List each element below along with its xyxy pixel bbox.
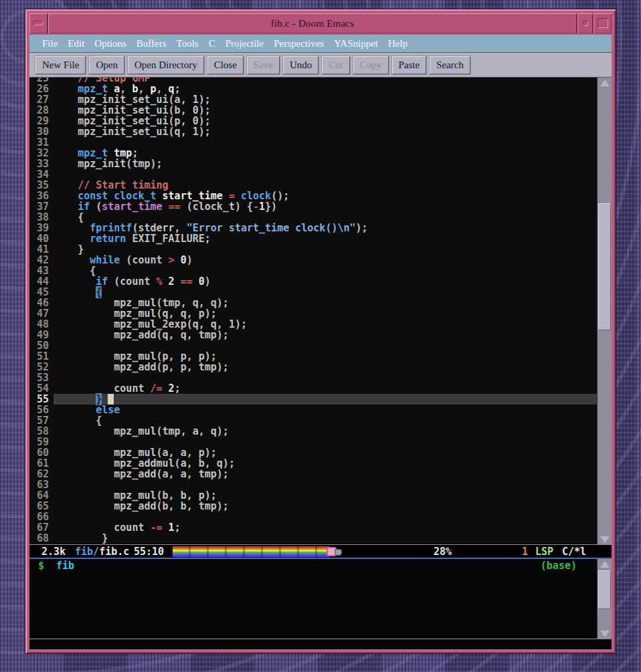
- code-line-44[interactable]: 44 if (count % 2 == 0): [29, 276, 597, 287]
- modeline-filename: fib.c: [99, 546, 129, 558]
- line-number: 29: [29, 116, 54, 126]
- code-line-37[interactable]: 37 if (start_time == (clock_t) {-1}): [29, 201, 597, 212]
- titlebar[interactable]: fib.c - Doom Emacs: [48, 13, 577, 33]
- menu-item-help[interactable]: Help: [386, 37, 409, 51]
- code-line-29[interactable]: 29 mpz_init_set_ui(p, 0);: [29, 116, 597, 126]
- menu-item-options[interactable]: Options: [92, 37, 128, 51]
- code-line-27[interactable]: 27 mpz_init_set_ui(a, 1);: [29, 94, 597, 105]
- line-number: 59: [29, 437, 54, 447]
- line-number: 39: [29, 223, 54, 233]
- code-line-39[interactable]: 39 fprintf(stderr, "Error start_time clo…: [29, 223, 597, 233]
- scroll-down-arrow-icon[interactable]: [598, 534, 612, 544]
- editor-scrollbar[interactable]: [597, 78, 612, 544]
- maximize-button[interactable]: [593, 13, 612, 33]
- nyan-progress-bar: [173, 546, 329, 557]
- open-button[interactable]: Open: [89, 56, 124, 74]
- terminal-scrollbar-thumb[interactable]: [598, 570, 611, 609]
- line-number: 34: [29, 169, 54, 180]
- menu-item-perspectives[interactable]: Perspectives: [272, 37, 326, 51]
- close-button[interactable]: Close: [207, 56, 244, 74]
- code-editor[interactable]: 25 // Setup GMP26 mpz_t a, b, p, q;27 mp…: [29, 78, 597, 544]
- modeline-buffer-size: 2.3k: [41, 546, 66, 558]
- terminal-buffer[interactable]: $fib (base): [29, 559, 597, 639]
- code-line-45[interactable]: 45 {: [29, 287, 597, 298]
- paste-button[interactable]: Paste: [392, 56, 427, 74]
- menu-item-yasnippet[interactable]: YASnippet: [332, 37, 380, 51]
- code-line-68[interactable]: 68 }: [29, 533, 597, 544]
- line-number: 27: [29, 94, 54, 105]
- new-file-button[interactable]: New File: [35, 56, 86, 74]
- code-line-46[interactable]: 46 mpz_mul(tmp, q, q);: [29, 298, 597, 308]
- save-button: Save: [247, 56, 280, 74]
- scroll-up-arrow-icon[interactable]: [598, 559, 612, 569]
- code-line-62[interactable]: 62 mpz_add(a, a, tmp);: [29, 469, 597, 479]
- code-line-65[interactable]: 65 mpz_add(b, b, tmp);: [29, 501, 597, 512]
- line-number: 63: [29, 479, 54, 490]
- code-line-52[interactable]: 52 mpz_add(p, p, tmp);: [29, 362, 597, 372]
- open-directory-button[interactable]: Open Directory: [128, 56, 204, 74]
- line-number: 26: [29, 84, 54, 94]
- code-line-35[interactable]: 35 // Start timing: [29, 180, 597, 191]
- code-line-49[interactable]: 49 mpz_add(q, q, tmp);: [29, 330, 597, 340]
- line-number: 50: [29, 340, 54, 351]
- code-line-26[interactable]: 26 mpz_t a, b, p, q;: [29, 84, 597, 94]
- code-line-63[interactable]: 63: [29, 479, 597, 490]
- line-number: 67: [29, 522, 54, 533]
- line-number: 30: [29, 126, 54, 137]
- line-number: 47: [29, 308, 54, 319]
- text-cursor: [108, 394, 114, 405]
- code-line-43[interactable]: 43 {: [29, 265, 597, 276]
- undo-button[interactable]: Undo: [283, 56, 318, 74]
- code-line-58[interactable]: 58 mpz_mul(tmp, a, q);: [29, 426, 597, 437]
- code-line-54[interactable]: 54 count /= 2;: [29, 383, 597, 394]
- code-line-36[interactable]: 36 const clock_t start_time = clock();: [29, 191, 597, 201]
- code-line-33[interactable]: 33 mpz_init(tmp);: [29, 158, 597, 169]
- line-number: 57: [29, 415, 54, 426]
- menu-item-buffers[interactable]: Buffers: [134, 37, 169, 51]
- code-line-61[interactable]: 61 mpz_addmul(a, b, q);: [29, 458, 597, 469]
- copy-button: Copy: [353, 56, 389, 74]
- code-line-51[interactable]: 51 mpz_mul(p, p, p);: [29, 351, 597, 362]
- code-line-59[interactable]: 59: [29, 437, 597, 447]
- code-line-42[interactable]: 42 while (count > 0): [29, 255, 597, 265]
- code-line-31[interactable]: 31: [29, 137, 597, 148]
- code-line-53[interactable]: 53: [29, 372, 597, 383]
- menu-item-edit[interactable]: Edit: [66, 37, 86, 51]
- code-line-64[interactable]: 64 mpz_mul(b, b, p);: [29, 490, 597, 501]
- editor-scrollbar-thumb[interactable]: [598, 203, 611, 330]
- window-menu-button[interactable]: [29, 13, 48, 33]
- code-line-50[interactable]: 50: [29, 340, 597, 351]
- code-line-40[interactable]: 40 return EXIT_FAILURE;: [29, 233, 597, 244]
- code-line-30[interactable]: 30 mpz_init_set_ui(q, 1);: [29, 126, 597, 137]
- line-number: 55: [29, 394, 54, 405]
- menu-item-file[interactable]: File: [40, 37, 60, 51]
- code-line-48[interactable]: 48 mpz_mul_2exp(q, q, 1);: [29, 319, 597, 330]
- code-line-32[interactable]: 32 mpz_t tmp;: [29, 148, 597, 158]
- minimize-button[interactable]: [577, 13, 593, 33]
- code-line-47[interactable]: 47 mpz_mul(q, q, p);: [29, 308, 597, 319]
- scroll-up-arrow-icon[interactable]: [598, 78, 612, 88]
- line-number: 52: [29, 362, 54, 372]
- code-line-34[interactable]: 34: [29, 169, 597, 180]
- line-number: 53: [29, 372, 54, 383]
- editor-window: 25 // Setup GMP26 mpz_t a, b, p, q;27 mp…: [29, 78, 612, 544]
- window-title: fib.c - Doom Emacs: [271, 18, 354, 29]
- scroll-down-arrow-icon[interactable]: [598, 629, 612, 639]
- menu-item-projectile[interactable]: Projectile: [223, 37, 266, 51]
- code-line-28[interactable]: 28 mpz_init_set_ui(b, 0);: [29, 105, 597, 116]
- code-line-56[interactable]: 56 else: [29, 405, 597, 415]
- code-line-38[interactable]: 38 {: [29, 212, 597, 223]
- code-line-57[interactable]: 57 {: [29, 415, 597, 426]
- code-line-60[interactable]: 60 mpz_mul(a, a, p);: [29, 447, 597, 458]
- menu-item-tools[interactable]: Tools: [175, 37, 201, 51]
- terminal-scrollbar[interactable]: [597, 559, 612, 639]
- code-line-66[interactable]: 66: [29, 512, 597, 522]
- code-line-55[interactable]: 55 }: [29, 394, 597, 405]
- terminal-command[interactable]: fib: [56, 560, 74, 572]
- nyan-cat-icon: [327, 546, 340, 557]
- code-line-41[interactable]: 41 }: [29, 244, 597, 255]
- terminal-window: $fib (base): [29, 559, 612, 639]
- code-line-67[interactable]: 67 count -= 1;: [29, 522, 597, 533]
- menu-item-c[interactable]: C: [207, 37, 217, 51]
- search-button[interactable]: Search: [430, 56, 470, 74]
